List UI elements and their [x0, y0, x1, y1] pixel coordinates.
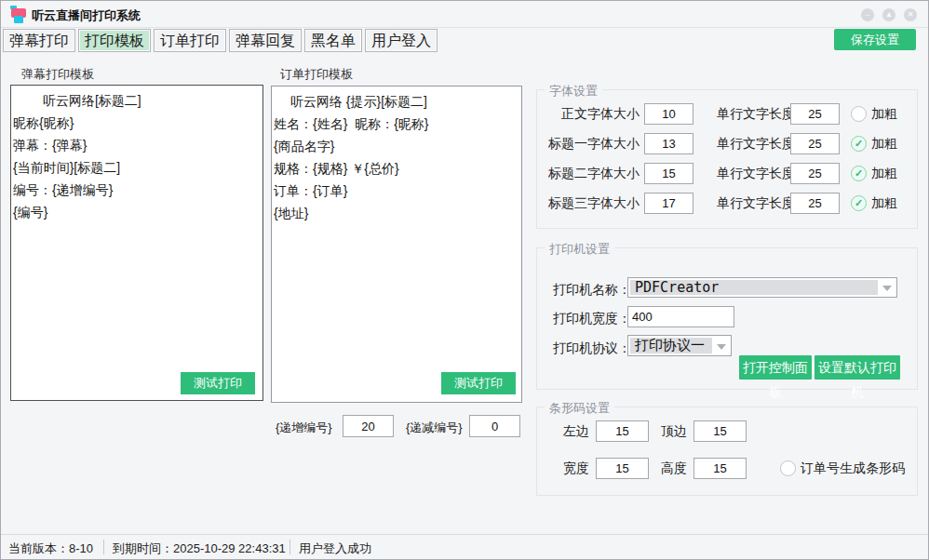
maximize-button[interactable]: ▲	[882, 8, 895, 21]
bold-checkbox-1[interactable]	[851, 136, 867, 152]
expire-time-status: 到期时间：2025-10-29 22:43:31	[113, 540, 286, 557]
printer-protocol-select[interactable]: 打印协议一	[627, 335, 732, 356]
barcode-width-input[interactable]	[596, 458, 649, 479]
printer-protocol-value: 打印协议一	[630, 338, 712, 353]
statusbar: 当前版本：8-10 到期时间：2025-10-29 22:43:31 用户登入成…	[1, 534, 928, 559]
tab-print-template[interactable]: 打印模板	[78, 29, 151, 52]
title2-font-size-input[interactable]	[644, 163, 693, 184]
tab-user-login[interactable]: 用户登入	[365, 29, 438, 52]
order-barcode-label: 订单号生成条形码	[801, 458, 905, 479]
set-default-printer-button[interactable]: 设置默认打印机	[815, 355, 900, 380]
printer-name-value: PDFCreator	[630, 280, 878, 295]
tab-danmu-reply[interactable]: 弹幕回复	[229, 29, 302, 52]
close-button[interactable]: ✕	[904, 8, 917, 21]
line-length-label: 单行文字长度	[717, 163, 795, 184]
minimize-button[interactable]: –	[861, 8, 874, 21]
decrement-number-input[interactable]	[469, 415, 520, 437]
barcode-height-label: 高度	[661, 458, 687, 479]
order-template-label: 订单打印模板	[280, 66, 353, 83]
barcode-height-input[interactable]	[693, 458, 747, 479]
chevron-down-icon	[717, 344, 726, 350]
increment-number-input[interactable]	[343, 415, 394, 437]
statusbar-divider	[103, 540, 104, 554]
decrement-number-label: {递减编号}	[406, 420, 463, 436]
titlebar: 听云直播间打印系统 – ▲ ✕	[1, 1, 928, 28]
bold-checkbox-0[interactable]	[851, 106, 867, 122]
bold-checkbox-2[interactable]	[851, 166, 867, 181]
tab-order-print[interactable]: 订单打印	[154, 29, 226, 52]
order-test-print-button[interactable]: 测试打印	[441, 372, 516, 394]
printer-settings-group: 打印机设置 打印机名称： PDFCreator 打印机宽度： 打印机协议： 打印…	[536, 247, 918, 390]
barcode-width-label: 宽度	[563, 458, 589, 479]
bold-label: 加粗	[871, 163, 897, 184]
body-font-size-label: 正文字体大小	[542, 103, 640, 125]
version-status: 当前版本：8-10	[8, 540, 93, 557]
barcode-settings-group: 条形码设置 左边 顶边 宽度 高度 订单号生成条形码	[536, 407, 918, 496]
printer-settings-title: 打印机设置	[545, 241, 614, 258]
line-length-label: 单行文字长度	[717, 193, 795, 214]
tab-blacklist[interactable]: 黑名单	[304, 29, 362, 52]
title3-line-length-input[interactable]	[790, 193, 840, 214]
font-settings-group: 字体设置 正文字体大小 单行文字长度 加粗 标题一字体大小 单行文字长度 加粗 …	[536, 89, 918, 229]
danmu-template-label: 弹幕打印模板	[21, 66, 94, 83]
barcode-top-label: 顶边	[661, 420, 687, 442]
login-status: 用户登入成功	[299, 540, 371, 557]
printer-protocol-label: 打印机协议：	[553, 338, 631, 359]
body-font-size-input[interactable]	[644, 103, 693, 125]
order-template-editor[interactable]: 听云网络 {提示}[标题二] 姓名：{姓名} 昵称：{昵称} {商品名字} 规格…	[271, 86, 522, 403]
title1-font-size-label: 标题一字体大小	[542, 133, 640, 154]
bold-label: 加粗	[871, 103, 897, 125]
line-length-label: 单行文字长度	[717, 103, 795, 125]
printer-name-select[interactable]: PDFCreator	[627, 277, 897, 298]
chevron-down-icon	[882, 286, 892, 291]
font-settings-title: 字体设置	[545, 83, 602, 100]
bold-label: 加粗	[871, 193, 897, 214]
barcode-settings-title: 条形码设置	[545, 400, 614, 417]
title2-font-size-label: 标题二字体大小	[542, 163, 640, 184]
danmu-test-print-button[interactable]: 测试打印	[181, 372, 255, 394]
barcode-left-label: 左边	[563, 420, 589, 442]
title3-font-size-label: 标题三字体大小	[542, 193, 640, 214]
tab-danmu-print[interactable]: 弹幕打印	[3, 29, 75, 52]
printer-width-label: 打印机宽度：	[553, 308, 631, 329]
bold-checkbox-3[interactable]	[851, 195, 867, 211]
tabbar: 弹幕打印 打印模板 订单打印 弹幕回复 黑名单 用户登入	[3, 29, 438, 52]
title2-line-length-input[interactable]	[790, 163, 840, 184]
app-window: 听云直播间打印系统 – ▲ ✕ 弹幕打印 打印模板 订单打印 弹幕回复 黑名单 …	[0, 0, 929, 560]
barcode-top-input[interactable]	[693, 420, 747, 442]
save-settings-button[interactable]: 保存设置	[834, 29, 916, 50]
bold-label: 加粗	[871, 133, 897, 154]
title1-line-length-input[interactable]	[790, 133, 840, 154]
statusbar-divider	[289, 540, 290, 554]
order-barcode-radio[interactable]	[780, 460, 796, 476]
printer-app-icon	[10, 6, 27, 23]
title3-font-size-input[interactable]	[644, 193, 693, 214]
title1-font-size-input[interactable]	[644, 133, 693, 154]
open-control-panel-button[interactable]: 打开控制面板	[739, 355, 812, 380]
app-title: 听云直播间打印系统	[32, 7, 141, 24]
body-line-length-input[interactable]	[790, 103, 840, 125]
danmu-template-editor[interactable]: 听云网络[标题二] 昵称{昵称} 弹幕：{弹幕} {当前时间}[标题二] 编号：…	[10, 85, 263, 401]
increment-number-label: {递增编号}	[276, 420, 332, 436]
barcode-left-input[interactable]	[596, 420, 649, 442]
line-length-label: 单行文字长度	[717, 133, 795, 154]
printer-width-input[interactable]	[627, 306, 734, 327]
printer-name-label: 打印机名称：	[553, 279, 631, 300]
